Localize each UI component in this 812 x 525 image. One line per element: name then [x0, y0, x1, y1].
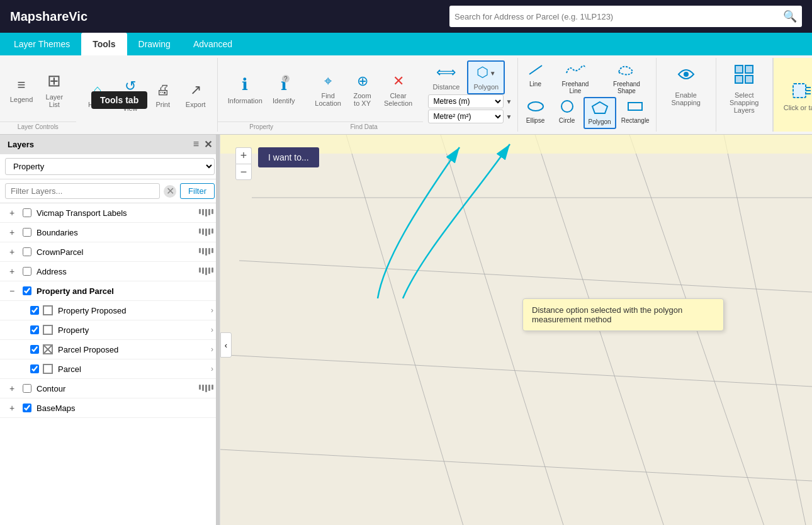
expand-boundaries[interactable]: + — [6, 227, 18, 237]
slider-address — [199, 268, 213, 275]
expand-contour[interactable]: + — [6, 383, 18, 393]
layer-dropdown: Property All Layers Base Maps — [0, 154, 220, 179]
svg-line-17 — [346, 135, 472, 525]
sidebar-resize-handle[interactable] — [216, 135, 220, 525]
layer-item-crown[interactable]: + CrownParcel — [0, 242, 220, 262]
layer-item-contour[interactable]: + Contour — [0, 379, 220, 398]
export-button[interactable]: ↗ Export — [179, 79, 212, 111]
svg-rect-8 — [735, 76, 743, 83]
expand-vicmap[interactable]: + — [6, 208, 18, 218]
layers-title: Layers — [8, 140, 34, 149]
tab-layer-themes[interactable]: Layer Themes — [3, 33, 81, 55]
unit1-select[interactable]: Metres (m) Kilometres (km) Feet (ft) — [428, 94, 504, 108]
checkbox-property-proposed[interactable] — [30, 306, 39, 315]
find-location-button[interactable]: ⌖ Find Location — [310, 71, 346, 110]
legend-icon: ≡ — [18, 77, 26, 93]
icon-property — [43, 325, 53, 335]
freehand-shape-button[interactable]: Freehand Shape — [600, 60, 653, 97]
rectangle-button[interactable]: Rectangle — [617, 97, 653, 129]
unit2-row: Metre² (m²) Kilometre² (km²) Hectares (h… — [428, 110, 512, 123]
svg-line-21 — [724, 135, 812, 525]
layer-item-address[interactable]: + Address — [0, 262, 220, 281]
polygon-shape-button[interactable]: Polygon — [584, 97, 616, 129]
zoom-to-xy-button[interactable]: ⊕ Zoom to XY — [346, 71, 379, 110]
circle-button[interactable]: Circle — [552, 97, 582, 129]
checkbox-address[interactable] — [23, 267, 31, 276]
layer-item-basemaps[interactable]: + BaseMaps — [0, 398, 220, 418]
zoom-in-button[interactable]: + — [235, 147, 252, 164]
checkbox-property[interactable] — [30, 325, 39, 334]
clear-selection-button[interactable]: ✕ Clear Selection — [379, 71, 418, 110]
click-or-button[interactable]: Click or ta... — [779, 76, 812, 114]
shape-row-1: Line Freehand Line Freehand Shape — [521, 60, 653, 97]
filter-clear-button[interactable]: ✕ — [164, 185, 176, 198]
sidebar-close-icon[interactable]: ✕ — [204, 138, 212, 150]
expand-address[interactable]: + — [6, 266, 18, 276]
arrow-property: › — [211, 325, 213, 334]
i-want-to-button[interactable]: I want to... — [258, 147, 319, 167]
svg-point-5 — [684, 72, 689, 77]
select-snapping-button[interactable]: Select Snapping Layers — [722, 60, 766, 116]
measure-group: ⟺ Distance ⬡ ▼ Polygon Metres (m) Kilome… — [423, 58, 518, 132]
legend-button[interactable]: ≡ Legend — [5, 74, 38, 106]
checkbox-boundaries[interactable] — [23, 228, 31, 237]
checkbox-property-parcel[interactable] — [23, 286, 31, 295]
main-area: Layers ≡ ✕ Property All Layers Base Maps… — [0, 135, 812, 525]
shape-panel: Line Freehand Line Freehand Shape Ell — [518, 58, 657, 132]
icon-parcel — [43, 364, 53, 374]
ellipse-button[interactable]: Ellipse — [521, 97, 551, 129]
checkbox-crown[interactable] — [23, 247, 31, 256]
layer-list-button[interactable]: ⊞ Layer List — [38, 69, 71, 111]
checkbox-parcel[interactable] — [30, 364, 39, 373]
filter-input[interactable] — [5, 183, 160, 199]
svg-rect-10 — [793, 84, 806, 98]
freehand-line-button[interactable]: Freehand Line — [552, 60, 599, 97]
unit2-select[interactable]: Metre² (m²) Kilometre² (km²) Hectares (h… — [428, 110, 504, 123]
layer-item-vicmap[interactable]: + Vicmap Transport Labels — [0, 203, 220, 223]
sidebar: Layers ≡ ✕ Property All Layers Base Maps… — [0, 135, 220, 525]
layer-item-parcel-proposed[interactable]: Parcel Proposed › — [0, 340, 220, 359]
circle-icon — [558, 99, 576, 116]
layer-item-boundaries[interactable]: + Boundaries — [0, 223, 220, 242]
line-shape-icon — [527, 63, 544, 80]
checkbox-contour[interactable] — [23, 384, 31, 393]
information-icon: ℹ — [242, 75, 248, 94]
tab-tools[interactable]: Tools — [81, 33, 127, 55]
svg-point-2 — [561, 101, 573, 112]
map-collapse-button[interactable]: ‹ — [220, 332, 232, 358]
identify-button[interactable]: ℹ? Identify — [268, 72, 300, 107]
line-shape-button[interactable]: Line — [521, 60, 551, 97]
tab-advanced[interactable]: Advanced — [182, 33, 244, 55]
enable-snapping-button[interactable]: Enable Snapping — [664, 60, 708, 109]
checkbox-basemaps[interactable] — [23, 404, 31, 412]
expand-basemaps[interactable]: + — [6, 403, 18, 413]
layer-item-property-parcel[interactable]: − Property and Parcel — [0, 281, 220, 301]
unit2-arrow: ▼ — [506, 113, 512, 120]
distance-button[interactable]: ⟺ Distance — [428, 62, 465, 93]
layer-item-property-proposed[interactable]: Property Proposed › — [0, 301, 220, 320]
svg-line-25 — [220, 449, 812, 481]
layer-select[interactable]: Property All Layers Base Maps — [5, 158, 215, 175]
checkbox-vicmap[interactable] — [23, 208, 31, 217]
expand-crown[interactable]: + — [6, 247, 18, 257]
checkbox-parcel-proposed[interactable] — [30, 345, 39, 354]
search-input[interactable] — [454, 12, 783, 21]
expand-property-parcel[interactable]: − — [6, 286, 18, 296]
svg-rect-4 — [628, 103, 642, 110]
map-area[interactable]: ‹ + − I want to... Distance option selec… — [220, 135, 812, 525]
layer-item-parcel[interactable]: Parcel › — [0, 359, 220, 379]
click-or-icon — [791, 79, 812, 103]
filter-row: ✕ Filter — [0, 179, 220, 203]
search-button[interactable]: 🔍 — [783, 9, 797, 23]
zoom-out-button[interactable]: − — [235, 164, 252, 180]
layer-item-property[interactable]: Property › — [0, 320, 220, 340]
sidebar-menu-icon[interactable]: ≡ — [193, 138, 199, 150]
sidebar-header-icons: ≡ ✕ — [193, 138, 212, 150]
search-container: 🔍 — [449, 6, 802, 27]
print-button[interactable]: 🖨 Print — [147, 79, 179, 111]
layer-controls-label: Layer Controls — [0, 121, 76, 132]
filter-button[interactable]: Filter — [180, 183, 215, 199]
information-button[interactable]: ℹ Information — [223, 72, 268, 107]
polygon-button[interactable]: ⬡ ▼ Polygon — [467, 60, 505, 94]
tab-drawing[interactable]: Drawing — [127, 33, 182, 55]
